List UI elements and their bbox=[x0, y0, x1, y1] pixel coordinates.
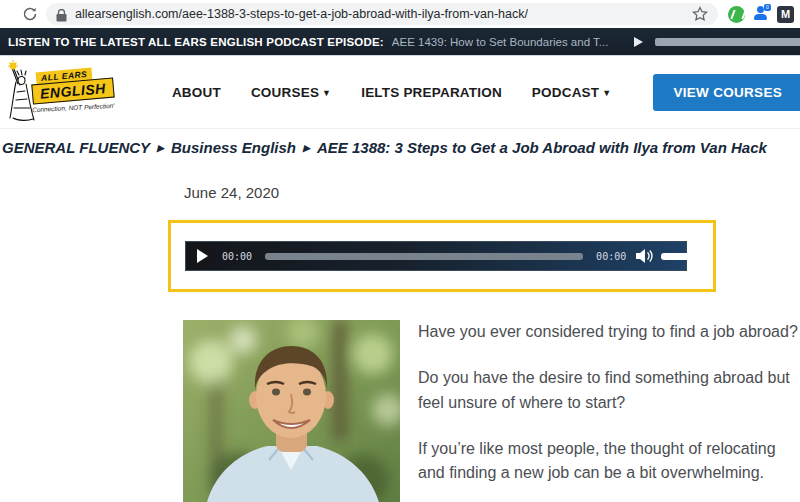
extension-green-icon[interactable] bbox=[728, 6, 745, 23]
volume-slider[interactable] bbox=[661, 253, 699, 260]
padlock-icon[interactable] bbox=[56, 8, 67, 21]
address-bar[interactable]: allearsenglish.com/aee-1388-3-steps-to-g… bbox=[46, 3, 718, 25]
paragraph: Do you have the desire to find something… bbox=[418, 366, 800, 415]
seek-bar[interactable] bbox=[265, 253, 583, 260]
nav-item-courses[interactable]: COURSES▼ bbox=[251, 85, 331, 100]
paragraph: Have you ever considered trying to find … bbox=[418, 320, 800, 344]
breadcrumb-general-fluency[interactable]: GENERAL FLUENCY bbox=[2, 139, 150, 156]
breadcrumb-separator-icon: ▶ bbox=[157, 143, 164, 153]
chevron-down-icon: ▼ bbox=[602, 88, 611, 98]
site-header: ALL EARS ENGLISH Connection, NOT Perfect… bbox=[0, 56, 800, 128]
podcast-promo-banner: LISTEN TO THE LATEST ALL EARS ENGLISH PO… bbox=[0, 28, 800, 56]
view-courses-button[interactable]: VIEW COURSES bbox=[653, 74, 800, 111]
promo-episode-link[interactable]: AEE 1439: How to Set Boundaries and T... bbox=[392, 36, 609, 48]
article-text: Have you ever considered trying to find … bbox=[418, 320, 800, 502]
breadcrumb-current-page: AEE 1388: 3 Steps to Get a Job Abroad wi… bbox=[317, 139, 767, 156]
reload-icon[interactable] bbox=[22, 6, 38, 22]
main-nav: ABOUT COURSES▼ IELTS PREPARATION PODCAST… bbox=[172, 74, 800, 111]
banner-play-icon[interactable] bbox=[634, 37, 643, 47]
breadcrumb: GENERAL FLUENCY ▶ Business English ▶ AEE… bbox=[0, 128, 800, 164]
banner-progress-bar[interactable] bbox=[655, 38, 800, 46]
bookmark-star-icon[interactable] bbox=[692, 6, 708, 22]
nav-item-about[interactable]: ABOUT bbox=[172, 85, 221, 100]
chevron-down-icon: ▼ bbox=[322, 88, 331, 98]
browser-toolbar: allearsenglish.com/aee-1388-3-steps-to-g… bbox=[0, 0, 800, 28]
audio-player-highlight-box: 00:00 00:00 bbox=[168, 220, 716, 292]
audio-player: 00:00 00:00 bbox=[185, 241, 687, 271]
mute-icon[interactable] bbox=[635, 248, 655, 264]
duration-time: 00:00 bbox=[596, 251, 626, 262]
extensions-area: 0 M bbox=[728, 6, 794, 23]
all-ears-english-logo[interactable]: ALL EARS ENGLISH Connection, NOT Perfect… bbox=[4, 58, 114, 126]
guest-photo bbox=[183, 320, 400, 502]
nav-item-ielts-preparation[interactable]: IELTS PREPARATION bbox=[361, 85, 502, 100]
breadcrumb-separator-icon: ▶ bbox=[303, 143, 310, 153]
nav-item-podcast[interactable]: PODCAST▼ bbox=[532, 85, 612, 100]
breadcrumb-business-english[interactable]: Business English bbox=[171, 139, 296, 156]
play-icon[interactable] bbox=[197, 249, 208, 263]
url-text[interactable]: allearsenglish.com/aee-1388-3-steps-to-g… bbox=[75, 7, 528, 21]
current-time: 00:00 bbox=[222, 251, 252, 262]
publish-date: June 24, 2020 bbox=[184, 184, 279, 201]
paragraph: If you’re like most people, the thought … bbox=[418, 437, 800, 486]
promo-label: LISTEN TO THE LATEST ALL EARS ENGLISH PO… bbox=[8, 36, 384, 48]
media-row: Have you ever considered trying to find … bbox=[183, 320, 800, 502]
extension-profile-icon[interactable]: 0 bbox=[753, 6, 769, 22]
extension-m-icon[interactable]: M bbox=[777, 6, 794, 23]
